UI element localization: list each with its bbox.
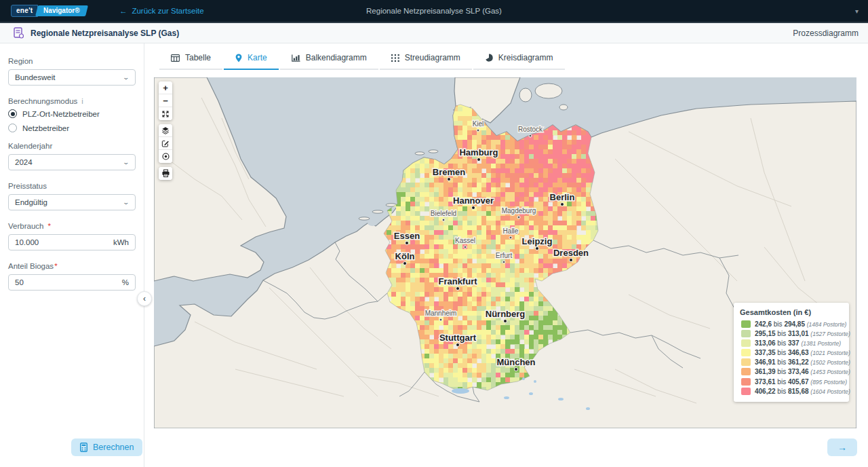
tab-label: Streudiagramm [405,53,460,62]
radio-icon-unselected [8,124,17,132]
city-dot-münchen [515,368,518,371]
fullscreen-icon [161,110,170,118]
legend-swatch [741,368,751,375]
city-dot-halle [509,236,512,239]
layers-button[interactable] [159,124,172,137]
legend-swatch [741,349,751,356]
city-label-köln: Köln [395,251,415,261]
city-dot-magdeburg [517,216,520,219]
city-dot-stuttgart [456,343,460,347]
radio-plz-ort-netzbetreiber[interactable]: PLZ-Ort-Netzbetreiber [8,109,136,118]
prozessdiagramm-link[interactable]: Prozessdiagramm [793,29,859,38]
legend-title: Gesamtkosten (in €) [740,308,843,316]
city-label-magdeburg: Magdeburg [502,207,536,214]
city-label-kassel: Kassel [455,237,475,244]
tab-balkendiagramm[interactable]: Balkendiagramm [280,53,378,70]
map-control-group [159,167,172,180]
draw-icon [161,139,170,147]
view-tab-bar: TabelleKarteBalkendiagrammStreudiagrammK… [144,43,868,70]
zoom-in-button[interactable]: + [159,81,172,94]
city-dot-kiel [477,129,479,132]
biogas-inputwrap: % [8,274,136,291]
visibility-button[interactable] [159,150,172,163]
info-icon[interactable]: i [81,97,83,105]
document-icon [14,27,24,39]
city-dot-berlin [561,203,564,206]
legend-range: 295,15 bis 313,01 (1527 Postorte) [755,330,850,337]
legend-swatch [741,330,751,337]
tab-karte[interactable]: Karte [224,53,279,70]
price-status-field: Preisstatus Endgültig ⌄ [8,182,136,210]
table-icon [171,54,180,62]
mode-label: Berechnungsmodus [8,97,77,105]
map-control-group [159,124,172,163]
consumption-label: Verbrauch [8,222,43,230]
biogas-field: Anteil Biogas * % [8,262,136,291]
city-dot-hannover [472,206,475,210]
zoom-out-button[interactable]: − [159,94,172,107]
city-label-frankfurt: Frankfurt [438,276,477,286]
fullscreen-button[interactable] [159,107,172,120]
berechnen-button[interactable]: Berechnen [71,438,142,456]
city-label-berlin: Berlin [550,192,575,202]
tab-streudiagramm[interactable]: Streudiagramm [380,53,472,70]
calculator-icon [80,443,87,452]
city-dot-rostock [529,134,532,137]
visibility-icon [161,152,170,161]
city-label-leipzig: Leipzig [522,236,553,246]
app-logo[interactable]: ene't Navigator® [11,5,87,18]
consumption-field: Verbrauch * kWh [8,222,136,250]
legend-range: 361,39 bis 373,46 (1453 Postorte) [755,368,850,375]
legend-item: 346,91 bis 361,22 (1502 Postorte) [740,358,843,366]
tab-label: Karte [248,53,267,62]
consumption-inputwrap: kWh [8,234,136,250]
city-dot-nürnberg [504,320,507,323]
year-select[interactable]: 2024 ⌄ [8,154,136,170]
price-status-select[interactable]: Endgültig ⌄ [8,194,136,210]
region-field: Region Bundesweit ⌄ [8,57,136,86]
legend-range: 313,06 bis 337 (1381 Postorte) [755,339,841,347]
tab-tabelle[interactable]: Tabelle [159,53,222,70]
biogas-input[interactable] [15,278,122,286]
consumption-input[interactable] [15,238,113,246]
print-button[interactable] [159,167,172,180]
legend-item: 361,39 bis 373,46 (1453 Postorte) [740,368,843,375]
back-to-start-link[interactable]: ← Zurück zur Startseite [119,7,204,15]
map-canvas[interactable]: KielRostockHamburgBremenBerlinHannoverMa… [154,77,856,428]
city-dot-leipzig [536,247,539,250]
main-panel: TabelleKarteBalkendiagrammStreudiagrammK… [144,43,868,467]
city-label-münchen: München [496,357,535,367]
legend-item: 337,35 bis 346,63 (1021 Postorte) [740,349,843,356]
legend-range: 337,35 bis 346,63 (1021 Postorte) [755,349,850,356]
calculation-mode-group: Berechnungsmodus i PLZ-Ort-Netzbetreiber… [8,97,136,132]
city-dot-frankfurt [456,287,460,291]
navbar-chevron-down-icon[interactable]: ▾ [855,7,859,15]
city-dot-mannheim [439,318,442,321]
city-label-dresden: Dresden [553,248,589,258]
radio-netzbetreiber[interactable]: Netzbetreiber [8,124,136,132]
map-pin-icon [235,54,242,62]
legend-swatch [741,378,751,386]
city-dot-erfurt [502,261,505,263]
city-label-hannover: Hannover [453,195,494,206]
page-title: Regionale Netzpreisanalyse SLP (Gas) [31,29,179,38]
city-dot-hamburg [477,158,481,162]
price-status-value: Endgültig [15,198,47,206]
arrow-right-icon: → [837,442,847,453]
legend-swatch [741,320,751,328]
city-label-nürnberg: Nürnberg [486,309,526,319]
next-page-button[interactable]: → [827,438,857,456]
radio-icon-selected [8,109,17,118]
city-dot-kassel [464,246,467,248]
city-label-erfurt: Erfurt [496,252,513,259]
legend-range: 406,22 bis 815,68 (1604 Postorte) [755,388,850,395]
city-dot-dresden [570,259,573,262]
sidebar-collapse-button[interactable]: ‹ [137,291,152,306]
berechnen-label: Berechnen [93,443,134,452]
tab-kreisdiagramm[interactable]: Kreisdiagramm [473,53,565,70]
draw-button[interactable] [159,137,172,150]
tab-label: Kreisdiagramm [498,53,553,62]
content-area: Region Bundesweit ⌄ Berechnungsmodus i P… [0,43,868,467]
region-select[interactable]: Bundesweit ⌄ [8,69,136,86]
year-label: Kalenderjahr [8,142,136,150]
